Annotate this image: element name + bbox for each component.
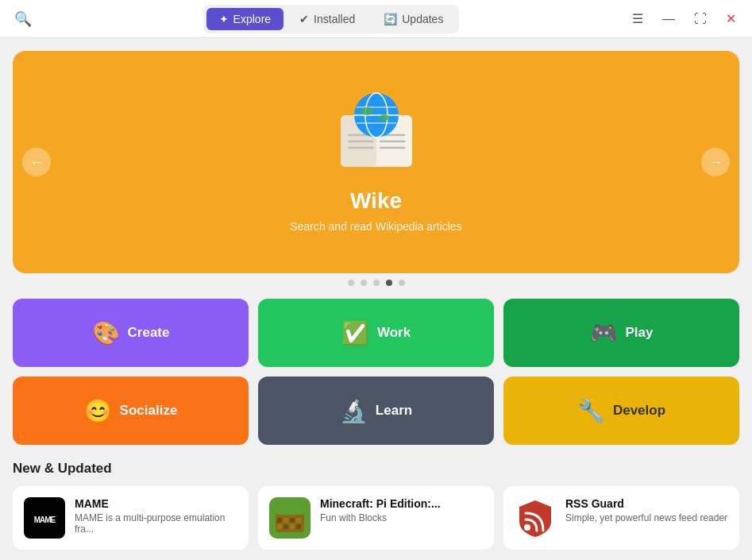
develop-icon: 🔧 bbox=[577, 398, 605, 424]
create-icon: 🎨 bbox=[92, 320, 120, 346]
category-socialize[interactable]: 😊 Socialize bbox=[13, 377, 249, 445]
tab-updates-label: Updates bbox=[402, 13, 443, 25]
tab-explore-label: Explore bbox=[233, 13, 271, 25]
categories-grid: 🎨 Create ✅ Work 🎮 Play 😊 Socialize 🔬 Lea… bbox=[13, 299, 739, 445]
search-button[interactable]: 🔍 bbox=[10, 6, 37, 33]
explore-icon: ✦ bbox=[219, 13, 229, 25]
category-work[interactable]: ✅ Work bbox=[258, 299, 494, 367]
svg-rect-19 bbox=[276, 504, 304, 515]
dot-1[interactable] bbox=[348, 280, 354, 286]
svg-rect-23 bbox=[296, 518, 301, 523]
app-card-mame[interactable]: MAME MAME MAME is a multi-purpose emulat… bbox=[13, 486, 249, 550]
svg-rect-24 bbox=[277, 524, 282, 529]
maximize-button[interactable]: ⛶ bbox=[688, 9, 713, 29]
category-learn-label: Learn bbox=[376, 403, 412, 419]
app-desc-minecraft: Fun with Blocks bbox=[320, 512, 483, 523]
carousel-dots bbox=[13, 280, 739, 286]
svg-point-14 bbox=[379, 114, 390, 121]
svg-text:MAME: MAME bbox=[34, 516, 56, 524]
tab-installed[interactable]: ✔ Installed bbox=[287, 8, 368, 30]
category-play-label: Play bbox=[626, 325, 654, 341]
svg-rect-21 bbox=[283, 518, 288, 523]
hero-carousel: ← bbox=[13, 51, 739, 273]
dot-5[interactable] bbox=[399, 280, 405, 286]
dot-2[interactable] bbox=[361, 280, 367, 286]
app-info-minecraft: Minecraft: Pi Edition:... Fun with Block… bbox=[320, 497, 483, 523]
category-create-label: Create bbox=[128, 325, 170, 341]
play-icon: 🎮 bbox=[590, 320, 618, 346]
tab-updates[interactable]: 🔄 Updates bbox=[371, 8, 456, 30]
category-create[interactable]: 🎨 Create bbox=[13, 299, 249, 367]
topnav-left: 🔍 bbox=[10, 6, 37, 33]
work-icon: ✅ bbox=[341, 320, 369, 346]
socialize-icon: 😊 bbox=[84, 398, 112, 424]
dot-4[interactable] bbox=[386, 280, 392, 286]
svg-point-28 bbox=[524, 524, 530, 531]
installed-icon: ✔ bbox=[299, 13, 309, 25]
category-develop[interactable]: 🔧 Develop bbox=[503, 377, 739, 445]
carousel-app-title: Wike bbox=[350, 188, 402, 214]
app-info-mame: MAME MAME is a multi-purpose emulation f… bbox=[75, 497, 237, 535]
tab-installed-label: Installed bbox=[314, 13, 355, 25]
svg-point-13 bbox=[361, 107, 373, 115]
carousel-content: Wike Search and read Wikipedia articles bbox=[290, 91, 461, 233]
category-play[interactable]: 🎮 Play bbox=[503, 299, 739, 367]
menu-button[interactable]: ☰ bbox=[626, 8, 650, 29]
learn-icon: 🔬 bbox=[340, 398, 368, 424]
updates-icon: 🔄 bbox=[384, 13, 397, 25]
app-card-minecraft[interactable]: Minecraft: Pi Edition:... Fun with Block… bbox=[258, 486, 494, 550]
svg-rect-25 bbox=[283, 524, 288, 529]
category-socialize-label: Socialize bbox=[120, 403, 178, 419]
app-icon-rss bbox=[515, 497, 556, 539]
topnav: 🔍 ✦ Explore ✔ Installed 🔄 Updates ☰ — ⛶ … bbox=[0, 0, 752, 38]
svg-rect-27 bbox=[296, 524, 301, 529]
app-icon-mame: MAME bbox=[24, 497, 65, 539]
carousel-app-icon bbox=[333, 91, 420, 179]
nav-tabs: ✦ Explore ✔ Installed 🔄 Updates bbox=[203, 5, 460, 33]
app-name-minecraft: Minecraft: Pi Edition:... bbox=[320, 497, 483, 510]
close-button[interactable]: ✕ bbox=[719, 8, 742, 29]
app-desc-mame: MAME is a multi-purpose emulation fra... bbox=[75, 512, 237, 535]
minimize-button[interactable]: — bbox=[656, 9, 681, 29]
carousel-app-subtitle: Search and read Wikipedia articles bbox=[290, 220, 461, 233]
svg-rect-22 bbox=[290, 518, 295, 523]
app-list: MAME MAME MAME is a multi-purpose emulat… bbox=[13, 486, 739, 550]
tab-explore[interactable]: ✦ Explore bbox=[206, 8, 283, 30]
carousel-next-button[interactable]: → bbox=[701, 148, 730, 176]
new-updated-title: New & Updated bbox=[13, 461, 739, 477]
svg-rect-20 bbox=[277, 518, 282, 523]
app-desc-rss: Simple, yet powerful news feed reader bbox=[565, 512, 728, 523]
carousel-prev-button[interactable]: ← bbox=[22, 148, 51, 176]
app-icon-minecraft bbox=[269, 497, 310, 539]
app-name-mame: MAME bbox=[75, 497, 237, 510]
topnav-right: ☰ — ⛶ ✕ bbox=[626, 8, 742, 29]
svg-rect-26 bbox=[290, 524, 295, 529]
app-name-rss: RSS Guard bbox=[565, 497, 728, 510]
dot-3[interactable] bbox=[373, 280, 380, 286]
category-learn[interactable]: 🔬 Learn bbox=[258, 377, 494, 445]
main-content: ← bbox=[0, 38, 752, 560]
app-card-rss-guard[interactable]: RSS Guard Simple, yet powerful news feed… bbox=[503, 486, 739, 550]
category-work-label: Work bbox=[377, 325, 411, 341]
category-develop-label: Develop bbox=[613, 403, 665, 419]
app-info-rss: RSS Guard Simple, yet powerful news feed… bbox=[565, 497, 728, 523]
